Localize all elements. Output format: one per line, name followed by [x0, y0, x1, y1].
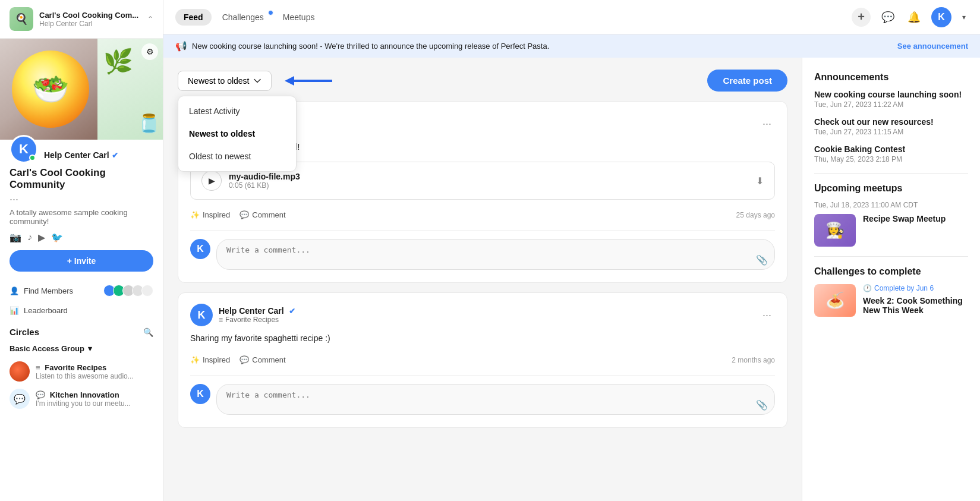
announcement-item-2[interactable]: Check out our new resources! Tue, Jun 27…	[814, 117, 968, 136]
create-post-button[interactable]: Create post	[707, 70, 787, 92]
sidebar-links: 👤 Find Members 📊 Leaderboard	[0, 280, 163, 320]
sidebar-avatar-row: K Help Center Carl ✔	[0, 140, 163, 167]
circle-kitchen-innovation[interactable]: 💬 💬 Kitchen Innovation I'm inviting you …	[0, 385, 163, 412]
comment-button-1[interactable]: 💬 Comment	[240, 208, 285, 222]
sort-option-oldest[interactable]: Oldest to newest	[178, 145, 296, 168]
sort-button[interactable]: Newest to oldest	[178, 71, 272, 91]
meetups-nav-button[interactable]: Meetups	[275, 9, 323, 26]
user-avatar-top[interactable]: K	[931, 7, 951, 27]
circles-search-icon[interactable]: 🔍	[143, 327, 153, 337]
challenge-info: 🕐 Complete by Jun 6 Week 2: Cook Somethi…	[863, 284, 968, 315]
meetup-image: 👩‍🍳	[814, 214, 856, 247]
clock-icon: 🕐	[863, 284, 872, 292]
content-area: Newest to oldest Latest Activity Newest …	[163, 58, 980, 501]
add-icon-button[interactable]: +	[852, 8, 871, 27]
divider-1	[814, 173, 968, 174]
top-bar: Feed Challenges Meetups + 💬 🔔 K ▾	[163, 0, 980, 34]
challenges-nav-button[interactable]: Challenges	[214, 9, 272, 26]
circles-title: Circles	[10, 327, 39, 337]
attach-button-2[interactable]: 📎	[756, 399, 768, 411]
post-more-button-2[interactable]: ···	[759, 308, 775, 323]
circle-favorite-recipes[interactable]: ≡ Favorite Recipes Listen to this awesom…	[0, 358, 163, 385]
see-announcement-link[interactable]: See announcement	[897, 42, 968, 51]
top-bar-right: + 💬 🔔 K ▾	[852, 7, 968, 27]
challenges-title: Challenges to complete	[814, 266, 968, 277]
download-button[interactable]: ⬇	[756, 175, 764, 187]
chat-icon-button[interactable]: 💬	[879, 8, 897, 26]
meetups-title: Upcoming meetups	[814, 183, 968, 194]
announcement-icon: 📢	[175, 40, 187, 52]
tiktok-icon[interactable]: ♪	[27, 232, 32, 243]
member-avatar	[141, 285, 153, 297]
community-desc: A totally awesome sample cooking communi…	[0, 208, 163, 232]
post-more-button-1[interactable]: ···	[759, 116, 775, 131]
comment-icon: 💬	[240, 210, 249, 219]
basic-access-group[interactable]: Basic Access Group ▾	[0, 342, 163, 358]
comment-input-1[interactable]	[216, 239, 775, 270]
circle-list-icon: ≡	[36, 363, 40, 372]
sort-dropdown-menu: Latest Activity Newest to oldest Oldest …	[178, 96, 297, 172]
find-members-link[interactable]: 👤 Find Members	[10, 280, 153, 301]
challenge-item[interactable]: 🍝 🕐 Complete by Jun 6 Week 2: Cook Somet…	[814, 284, 968, 317]
account-chevron-icon[interactable]: ▾	[960, 11, 968, 24]
play-button[interactable]: ▶	[201, 171, 222, 191]
more-options-icon[interactable]: ···	[10, 193, 18, 206]
invite-button[interactable]: + Invite	[10, 250, 153, 272]
sort-label: Newest to oldest	[188, 76, 250, 86]
ann-item-title-3: Cookie Baking Contest	[814, 144, 968, 154]
online-indicator	[29, 155, 36, 161]
post-card-2: K Help Center Carl ✔ ≡ Favorite Recipes	[178, 292, 787, 428]
announcement-left: 📢 New cooking course launching soon! - W…	[175, 40, 549, 52]
twitter-icon[interactable]: 🐦	[51, 232, 63, 243]
ann-item-date-2: Tue, Jun 27, 2023 11:15 AM	[814, 128, 968, 136]
challenge-image: 🍝	[814, 284, 856, 317]
post-actions-1: ✨ Inspired 💬 Comment 25 days ago	[190, 208, 775, 222]
comment-avatar-2: K	[190, 384, 210, 404]
circle-avatar	[10, 361, 30, 382]
community-banner: 🥗 🌿 🫙 ⚙	[0, 39, 163, 140]
ann-item-date-1: Tue, Jun 27, 2023 11:22 AM	[814, 100, 968, 109]
banner-settings-icon[interactable]: ⚙	[141, 43, 158, 60]
verified-badge-sidebar: ✔	[112, 151, 118, 160]
circle-chat-icon: 💬	[36, 390, 45, 399]
sidebar-main-avatar: K	[10, 135, 38, 163]
meetup-info: Recipe Swap Meetup	[863, 214, 968, 223]
svg-marker-1	[285, 76, 294, 86]
sort-option-latest[interactable]: Latest Activity	[178, 100, 296, 122]
sort-dropdown: Newest to oldest Latest Activity Newest …	[178, 71, 272, 91]
meetup-item[interactable]: 👩‍🍳 Recipe Swap Meetup	[814, 214, 968, 247]
feed-nav-button[interactable]: Feed	[175, 9, 212, 26]
comment-input-wrapper-2: 📎	[216, 384, 775, 417]
attach-button-1[interactable]: 📎	[756, 254, 768, 266]
arrow-indicator	[285, 73, 332, 89]
feed-column: Newest to oldest Latest Activity Newest …	[163, 58, 802, 501]
comment-input-2[interactable]	[216, 384, 775, 415]
leaderboard-icon: 📊	[10, 306, 19, 315]
youtube-icon[interactable]: ▶	[38, 232, 45, 243]
post-time-2: 2 months ago	[732, 356, 775, 364]
comment-button-2[interactable]: 💬 Comment	[240, 353, 285, 367]
announcement-text: New cooking course launching soon! - We'…	[192, 42, 549, 51]
post-verified-2: ✔	[289, 307, 295, 316]
sort-option-newest[interactable]: Newest to oldest	[178, 122, 296, 145]
comment-icon-2: 💬	[240, 355, 249, 364]
challenge-due: 🕐 Complete by Jun 6	[863, 284, 968, 292]
inspired-button-2[interactable]: ✨ Inspired	[190, 353, 230, 367]
announcement-item-1[interactable]: New cooking course launching soon! Tue, …	[814, 90, 968, 109]
member-avatar-list	[103, 285, 153, 297]
instagram-icon[interactable]: 📷	[10, 232, 21, 243]
leaderboard-link[interactable]: 📊 Leaderboard	[10, 301, 153, 320]
inspired-icon-2: ✨	[190, 355, 200, 364]
feed-top-row: Newest to oldest Latest Activity Newest …	[178, 70, 787, 92]
announcement-item-3[interactable]: Cookie Baking Contest Thu, May 25, 2023 …	[814, 144, 968, 163]
sidebar-logo: 🍳	[10, 7, 33, 31]
notification-icon-button[interactable]: 🔔	[905, 8, 923, 26]
sidebar-collapse-icon[interactable]: ⌃	[147, 15, 153, 23]
comment-avatar-1: K	[190, 239, 210, 259]
announcement-bar: 📢 New cooking course launching soon! - W…	[163, 34, 980, 58]
inspired-button-1[interactable]: ✨ Inspired	[190, 208, 230, 222]
right-column: Announcements New cooking course launchi…	[802, 58, 980, 501]
circle-avatar-chat: 💬	[10, 389, 30, 409]
circle-info-2: 💬 Kitchen Innovation I'm inviting you to…	[36, 390, 153, 408]
post-time-1: 25 days ago	[736, 211, 775, 219]
